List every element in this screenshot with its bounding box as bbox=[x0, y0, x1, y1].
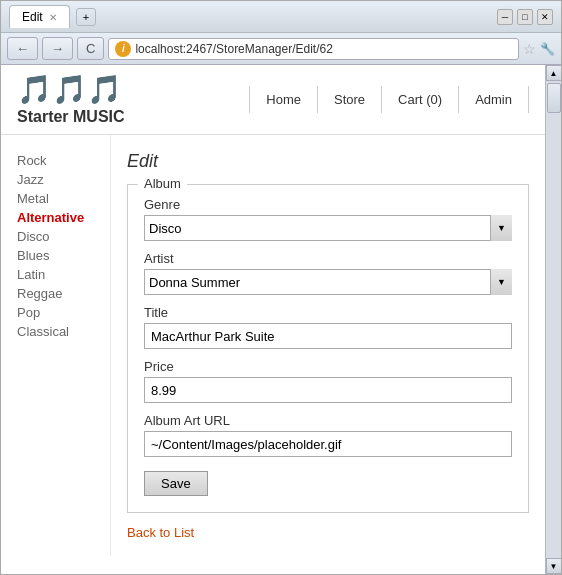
album-legend: Album bbox=[138, 176, 187, 191]
back-to-list-link[interactable]: Back to List bbox=[127, 525, 529, 540]
security-icon bbox=[115, 41, 131, 57]
scroll-thumb[interactable] bbox=[547, 83, 561, 113]
sidebar-item-rock[interactable]: Rock bbox=[17, 151, 94, 170]
top-nav: Home Store Cart (0) Admin bbox=[249, 86, 545, 113]
scroll-down-button[interactable]: ▼ bbox=[546, 558, 562, 574]
price-label: Price bbox=[144, 359, 512, 374]
save-button[interactable]: Save bbox=[144, 471, 208, 496]
sidebar-item-classical[interactable]: Classical bbox=[17, 322, 94, 341]
title-bar: Edit ✕ + ─ □ ✕ bbox=[1, 1, 561, 33]
address-bar[interactable]: localhost:2467/StoreManager/Edit/62 bbox=[108, 38, 519, 60]
site-header: 🎵🎵🎵 Starter MUSIC Home Store Cart (0) Ad… bbox=[1, 65, 545, 135]
nav-bar: ← → C localhost:2467/StoreManager/Edit/6… bbox=[1, 33, 561, 65]
tab-title: Edit bbox=[22, 10, 43, 24]
album-art-group: Album Art URL bbox=[144, 413, 512, 457]
genre-select-wrapper: Disco Rock Jazz Metal Alternative Blues … bbox=[144, 215, 512, 241]
sidebar-item-latin[interactable]: Latin bbox=[17, 265, 94, 284]
album-form-box: Album Genre Disco Rock Jazz Metal Alt bbox=[127, 184, 529, 513]
artist-label: Artist bbox=[144, 251, 512, 266]
content-area: Edit Album Genre Disco Rock Jazz bbox=[111, 135, 545, 556]
genre-label: Genre bbox=[144, 197, 512, 212]
bookmark-icon[interactable]: ☆ bbox=[523, 41, 536, 57]
title-group: Title bbox=[144, 305, 512, 349]
album-art-label: Album Art URL bbox=[144, 413, 512, 428]
page-title: Edit bbox=[127, 151, 529, 172]
sidebar-item-reggae[interactable]: Reggae bbox=[17, 284, 94, 303]
back-button[interactable]: ← bbox=[7, 37, 38, 60]
price-input[interactable] bbox=[144, 377, 512, 403]
sidebar-item-alternative[interactable]: Alternative bbox=[17, 208, 94, 227]
logo-text: Starter MUSIC bbox=[17, 108, 125, 126]
scrollbar: ▲ ▼ bbox=[545, 65, 561, 574]
browser-tab[interactable]: Edit ✕ bbox=[9, 5, 70, 28]
logo-icon: 🎵🎵🎵 bbox=[17, 73, 122, 106]
new-tab-button[interactable]: + bbox=[76, 8, 96, 26]
minimize-button[interactable]: ─ bbox=[497, 9, 513, 25]
artist-group: Artist Donna Summer Other Artist ▼ bbox=[144, 251, 512, 295]
price-group: Price bbox=[144, 359, 512, 403]
main-layout: Rock Jazz Metal Alternative Disco Blues … bbox=[1, 135, 545, 556]
address-text: localhost:2467/StoreManager/Edit/62 bbox=[135, 42, 512, 56]
forward-button[interactable]: → bbox=[42, 37, 73, 60]
tab-close-icon[interactable]: ✕ bbox=[49, 12, 57, 23]
sidebar: Rock Jazz Metal Alternative Disco Blues … bbox=[1, 135, 111, 556]
artist-select-wrapper: Donna Summer Other Artist ▼ bbox=[144, 269, 512, 295]
logo-area: 🎵🎵🎵 Starter MUSIC bbox=[1, 73, 141, 126]
sidebar-item-metal[interactable]: Metal bbox=[17, 189, 94, 208]
sidebar-item-disco[interactable]: Disco bbox=[17, 227, 94, 246]
title-input[interactable] bbox=[144, 323, 512, 349]
nav-store[interactable]: Store bbox=[318, 86, 382, 113]
settings-icon[interactable]: 🔧 bbox=[540, 42, 555, 56]
sidebar-item-blues[interactable]: Blues bbox=[17, 246, 94, 265]
genre-select[interactable]: Disco Rock Jazz Metal Alternative Blues … bbox=[144, 215, 512, 241]
refresh-button[interactable]: C bbox=[77, 37, 104, 60]
nav-cart[interactable]: Cart (0) bbox=[382, 86, 459, 113]
scroll-up-button[interactable]: ▲ bbox=[546, 65, 562, 81]
page-content: 🎵🎵🎵 Starter MUSIC Home Store Cart (0) Ad… bbox=[1, 65, 561, 574]
sidebar-item-jazz[interactable]: Jazz bbox=[17, 170, 94, 189]
genre-group: Genre Disco Rock Jazz Metal Alternative … bbox=[144, 197, 512, 241]
browser-window: Edit ✕ + ─ □ ✕ ← → C localhost:2467/Stor… bbox=[0, 0, 562, 575]
close-button[interactable]: ✕ bbox=[537, 9, 553, 25]
album-art-input[interactable] bbox=[144, 431, 512, 457]
page-inner: 🎵🎵🎵 Starter MUSIC Home Store Cart (0) Ad… bbox=[1, 65, 545, 574]
sidebar-item-pop[interactable]: Pop bbox=[17, 303, 94, 322]
artist-select[interactable]: Donna Summer Other Artist bbox=[144, 269, 512, 295]
title-label: Title bbox=[144, 305, 512, 320]
nav-admin[interactable]: Admin bbox=[459, 86, 529, 113]
maximize-button[interactable]: □ bbox=[517, 9, 533, 25]
nav-home[interactable]: Home bbox=[250, 86, 318, 113]
